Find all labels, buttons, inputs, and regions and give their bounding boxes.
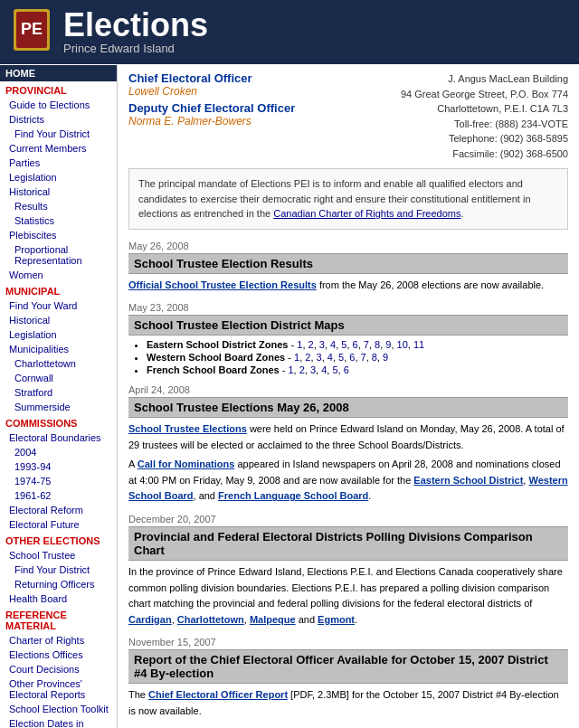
news-header-2: School Trustee Election District Maps (128, 315, 568, 336)
call-for-nominations-link[interactable]: Call for Nominations (138, 459, 235, 469)
french-zone-4[interactable]: 4 (321, 364, 327, 375)
sidebar-item-summerside[interactable]: Summerside (0, 400, 117, 414)
sidebar-item-historical-prov[interactable]: Historical (0, 184, 117, 199)
cardigan-link[interactable]: Cardigan (128, 614, 172, 625)
news-date-4: December 20, 2007 (128, 514, 568, 525)
news-date-1: May 26, 2008 (128, 241, 568, 251)
sidebar-item-charter[interactable]: Charter of Rights (0, 633, 117, 648)
eastern-zones-item: Eastern School District Zones - 1, 2, 3,… (147, 339, 568, 350)
sidebar-section-commissions: COMMISSIONS (0, 416, 117, 430)
news-date-2: May 23, 2008 (128, 302, 568, 313)
eastern-zone-4[interactable]: 4 (330, 339, 336, 350)
sidebar-item-legislation-prov[interactable]: Legislation (0, 170, 117, 184)
french-zone-1[interactable]: 1 (288, 364, 293, 375)
sidebar-item-1961[interactable]: 1961-62 (0, 488, 117, 503)
sidebar-item-electoral-future[interactable]: Electoral Future (0, 517, 117, 532)
officer-left: Chief Electoral Officer Lowell Croken De… (128, 71, 295, 161)
official-results-link[interactable]: Official School Trustee Election Results (128, 279, 317, 290)
western-zone-9[interactable]: 9 (383, 352, 388, 363)
sidebar-item-find-ward[interactable]: Find Your Ward (0, 298, 117, 313)
sidebar-item-parties[interactable]: Parties (0, 156, 117, 170)
officer-info: Chief Electoral Officer Lowell Croken De… (128, 71, 568, 161)
western-zone-4[interactable]: 4 (327, 352, 333, 363)
sidebar-item-find-district[interactable]: Find Your District (0, 127, 117, 141)
western-zone-1[interactable]: 1 (294, 352, 299, 363)
sidebar-section-municipal: MUNICIPAL (0, 284, 117, 298)
address-building: J. Angus MacLean Building (401, 71, 568, 87)
western-zone-7[interactable]: 7 (361, 352, 366, 363)
eastern-zone-1[interactable]: 1 (297, 339, 302, 350)
sidebar-item-statistics[interactable]: Statistics (0, 213, 117, 228)
sidebar-item-court-decisions[interactable]: Court Decisions (0, 662, 117, 676)
sidebar-item-electoral-reform[interactable]: Electoral Reform (0, 503, 117, 517)
header-title-block: Elections Prince Edward Island (63, 9, 208, 55)
sidebar-item-electoral-boundaries[interactable]: Electoral Boundaries (0, 430, 117, 445)
western-zone-2[interactable]: 2 (305, 352, 310, 363)
charter-link[interactable]: Canadian Charter of Rights and Freedoms (273, 208, 460, 219)
eastern-zone-6[interactable]: 6 (353, 339, 358, 350)
eastern-zone-9[interactable]: 9 (385, 339, 391, 350)
sidebar-item-districts[interactable]: Districts (0, 112, 117, 127)
sidebar-item-stratford[interactable]: Stratford (0, 385, 117, 400)
sidebar-item-school-trustee[interactable]: School Trustee (0, 548, 117, 563)
french-zone-2[interactable]: 2 (299, 364, 305, 375)
sidebar-item-health-board[interactable]: Health Board (0, 591, 117, 606)
sidebar-section-provincial: PROVINCIAL (0, 83, 117, 98)
elections-logo: PE (9, 7, 54, 57)
sidebar-item-cornwall[interactable]: Cornwall (0, 371, 117, 385)
sidebar-item-women[interactable]: Women (0, 268, 117, 282)
eastern-zone-3[interactable]: 3 (319, 339, 325, 350)
eastern-zone-11[interactable]: 11 (413, 339, 424, 350)
sidebar-item-plebiscites[interactable]: Plebiscites (0, 228, 117, 242)
charlottetown-link[interactable]: Charlottetown (177, 614, 244, 625)
news-date-3: April 24, 2008 (128, 384, 568, 395)
eastern-zone-2[interactable]: 2 (308, 339, 314, 350)
french-zone-6[interactable]: 6 (344, 364, 349, 375)
eastern-zone-10[interactable]: 10 (397, 339, 408, 350)
sidebar-item-returning-officers[interactable]: Returning Officers (0, 577, 117, 591)
sidebar-item-charlottetown[interactable]: Charlottetown (0, 356, 117, 371)
ceo-report-link[interactable]: Chief Electoral Officer Report (148, 689, 288, 700)
news-body-5: The Chief Electoral Officer Report [PDF,… (128, 687, 568, 719)
sidebar-item-results[interactable]: Results (0, 199, 117, 213)
egmont-link[interactable]: Egmont (318, 614, 355, 625)
sidebar-item-election-dates[interactable]: Election Dates in Other Jurisdictions (0, 716, 117, 728)
chief-officer-title: Chief Electoral Officer (128, 71, 295, 85)
officer-address: J. Angus MacLean Building 94 Great Georg… (401, 71, 568, 161)
sidebar-item-historical-muni[interactable]: Historical (0, 313, 117, 327)
school-trustee-elections-link[interactable]: School Trustee Elections (128, 423, 247, 434)
news-body-3b: A Call for Nominations appeared in Islan… (128, 457, 568, 505)
news-header-4: Provincial and Federal Electoral Distric… (128, 526, 568, 561)
french-zone-5[interactable]: 5 (332, 364, 337, 375)
sidebar-item-proportional[interactable]: Proportional Representation (0, 242, 117, 268)
eastern-zone-7[interactable]: 7 (364, 339, 369, 350)
sidebar-item-current-members[interactable]: Current Members (0, 141, 117, 156)
western-zone-6[interactable]: 6 (349, 352, 355, 363)
western-zone-3[interactable]: 3 (317, 352, 322, 363)
news-section-2: May 23, 2008 School Trustee Election Dis… (128, 302, 568, 375)
eastern-zone-5[interactable]: 5 (341, 339, 346, 350)
deputy-officer-title: Deputy Chief Electoral Officer (128, 101, 295, 115)
french-zone-3[interactable]: 3 (310, 364, 316, 375)
header: PE Elections Prince Edward Island (0, 0, 579, 64)
malpeque-link[interactable]: Malpeque (250, 614, 296, 625)
main-content: Chief Electoral Officer Lowell Croken De… (118, 64, 579, 728)
eastern-school-district-link[interactable]: Eastern School District (413, 475, 523, 486)
french-language-school-link[interactable]: French Language School Board (218, 490, 368, 501)
sidebar-item-school-toolkit[interactable]: School Election Toolkit (0, 702, 117, 716)
sidebar-item-guide[interactable]: Guide to Elections (0, 98, 117, 112)
western-zone-5[interactable]: 5 (338, 352, 344, 363)
svg-text:PE: PE (21, 20, 43, 38)
sidebar-item-elections-offices[interactable]: Elections Offices (0, 648, 117, 662)
sidebar-item-other-provinces[interactable]: Other Provinces' Electoral Reports (0, 676, 117, 702)
sidebar-item-2004[interactable]: 2004 (0, 445, 117, 459)
western-zone-8[interactable]: 8 (372, 352, 377, 363)
sidebar-item-legislation-muni[interactable]: Legislation (0, 327, 117, 342)
sidebar-item-1974[interactable]: 1974-75 (0, 474, 117, 488)
page-layout: HOME PROVINCIAL Guide to Elections Distr… (0, 64, 579, 728)
eastern-zone-8[interactable]: 8 (375, 339, 380, 350)
header-elections-text: Elections (63, 9, 208, 42)
sidebar-item-find-district-other[interactable]: Find Your District (0, 563, 117, 577)
sidebar-item-municipalities[interactable]: Municipalities (0, 342, 117, 356)
sidebar-item-1993[interactable]: 1993-94 (0, 459, 117, 474)
